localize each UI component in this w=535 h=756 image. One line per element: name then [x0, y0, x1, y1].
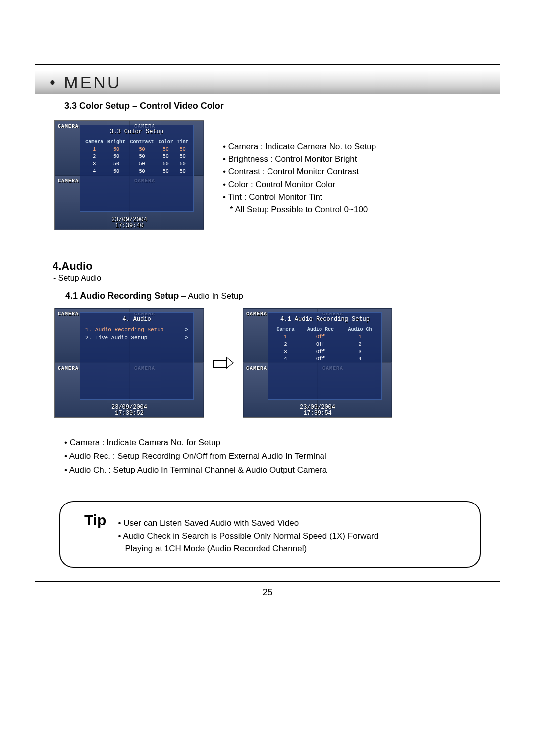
cell: 1 — [271, 333, 300, 341]
tip-box: Tip User can Listen Saved Audio with Sav… — [59, 501, 481, 568]
color-setup-table: Camera Bright Contrast Color Tint 1 50 5… — [83, 138, 190, 175]
overlay-panel: 4. Audio 1. Audio Recording Setup > 2. L… — [80, 312, 194, 400]
cell: 50 — [127, 146, 157, 153]
cell: 50 — [106, 153, 128, 160]
overlay-panel: 3.3 Color Setup Camera Bright Contrast C… — [80, 125, 194, 212]
cell: 4 — [271, 355, 300, 363]
th-bright: Bright — [106, 138, 128, 146]
chevron-right-icon: > — [185, 327, 188, 333]
cell: Off — [300, 355, 341, 363]
section-41-title: 4.1 Audio Recording Setup – Audio In Set… — [65, 291, 500, 301]
overlay-title: 4. Audio — [83, 316, 190, 323]
manual-page: • MENU 3.3 Color Setup – Control Video C… — [0, 0, 535, 756]
th-color: Color — [157, 138, 175, 146]
cell: 50 — [157, 160, 175, 168]
section-4-subtitle: - Setup Audio — [54, 274, 500, 283]
cell: 50 — [157, 153, 175, 160]
bullet: Audio Ch. : Setup Audio In Terminal Chan… — [64, 463, 500, 477]
cell: 4 — [83, 168, 106, 175]
th-camera: Camera — [83, 138, 106, 146]
menu-item[interactable]: 2. Live Audio Setup > — [83, 334, 190, 342]
cell: 1 — [341, 333, 378, 341]
cell: 2 — [83, 153, 106, 160]
bullet: User can Listen Saved Audio with Saved V… — [118, 517, 378, 530]
th-camera: Camera — [271, 326, 300, 333]
bullet-note: * All Setup Possible to Control 0~100 — [230, 203, 376, 216]
cell: 50 — [106, 146, 128, 153]
page-number: 25 — [35, 587, 500, 598]
audio-rec-table: Camera Audio Rec Audio Ch 1 Off 1 2 Off … — [271, 326, 378, 363]
overlay-panel: 4.1 Audio Recording Setup Camera Audio R… — [268, 312, 382, 400]
bullet: Audio Check in Search is Possible Only N… — [118, 530, 378, 543]
cell: 50 — [127, 168, 157, 175]
cell: 50 — [106, 160, 128, 168]
menu-heading-bar: • MENU — [35, 70, 500, 94]
section-33-title: 3.3 Color Setup – Control Video Color — [64, 101, 500, 111]
top-rule — [35, 64, 500, 65]
bullet: Camera : Indicate Camera No. to Setup — [223, 140, 376, 153]
overlay-title: 4.1 Audio Recording Setup — [271, 316, 378, 323]
cell: 1 — [83, 146, 106, 153]
cell: 50 — [127, 153, 157, 160]
bullet: Contrast : Control Monitor Contrast — [223, 165, 376, 178]
cell: 50 — [127, 160, 157, 168]
chevron-right-icon: > — [185, 335, 188, 341]
cell: 50 — [175, 168, 190, 175]
th-tint: Tint — [175, 138, 190, 146]
cell: 50 — [175, 160, 190, 168]
camera-label: CAMERA — [58, 178, 79, 184]
bullet: Audio Rec. : Setup Recording On/Off from… — [64, 450, 500, 463]
cell: 2 — [341, 341, 378, 348]
tip-label: Tip — [84, 512, 106, 529]
overlay-title: 3.3 Color Setup — [83, 128, 190, 135]
color-setup-screenshot: CAMERA CAMERA CAMERA CAMERA 3.3 Color Se… — [54, 120, 204, 230]
arrow-right-icon — [213, 356, 234, 369]
camera-label: CAMERA — [58, 124, 79, 129]
menu-heading: • MENU — [50, 73, 121, 92]
cell: 50 — [175, 153, 190, 160]
timestamp: 23/09/2004 17:39:40 — [55, 217, 204, 229]
cell: 50 — [157, 146, 175, 153]
camera-label: CAMERA — [246, 366, 267, 371]
audio-recording-screenshot: CAMERA CAMERA CAMERA CAMERA 4.1 Audio Re… — [243, 308, 392, 418]
audio-menu-screenshot: CAMERA CAMERA CAMERA CAMERA 4. Audio 1. … — [54, 308, 204, 418]
audio-setup-bullets: Camera : Indicate Camera No. for Setup A… — [64, 436, 500, 477]
timestamp: 23/09/2004 17:39:52 — [55, 404, 204, 416]
camera-label: CAMERA — [246, 311, 267, 317]
cell: 3 — [83, 160, 106, 168]
camera-label: CAMERA — [58, 366, 79, 371]
bottom-rule — [35, 581, 500, 582]
cell: 4 — [341, 355, 378, 363]
section-4-title: 4.Audio — [53, 260, 500, 273]
cell: 3 — [341, 348, 378, 355]
tip-bullets: User can Listen Saved Audio with Saved V… — [118, 517, 378, 555]
th-contrast: Contrast — [127, 138, 157, 146]
th-audio-ch: Audio Ch — [341, 326, 378, 333]
timestamp: 23/09/2004 17:39:54 — [243, 404, 392, 416]
bullet: Brightness : Control Monitor Bright — [223, 153, 376, 166]
color-setup-bullets: Camera : Indicate Camera No. to Setup Br… — [218, 140, 376, 216]
bullet: Camera : Indicate Camera No. for Setup — [64, 436, 500, 450]
cell: Off — [300, 333, 341, 341]
cell: 50 — [157, 168, 175, 175]
bullet-continuation: Playing at 1CH Mode (Audio Recorded Chan… — [125, 542, 378, 555]
th-audio-rec: Audio Rec — [300, 326, 341, 333]
cell: 2 — [271, 341, 300, 348]
cell: 50 — [106, 168, 128, 175]
cell: Off — [300, 341, 341, 348]
cell: 3 — [271, 348, 300, 355]
menu-item[interactable]: 1. Audio Recording Setup > — [83, 326, 190, 334]
bullet: Color : Control Monitor Color — [223, 178, 376, 191]
camera-label: CAMERA — [58, 311, 79, 317]
bullet: Tint : Control Monitor Tint — [223, 191, 376, 203]
cell: Off — [300, 348, 341, 355]
cell: 50 — [175, 146, 190, 153]
